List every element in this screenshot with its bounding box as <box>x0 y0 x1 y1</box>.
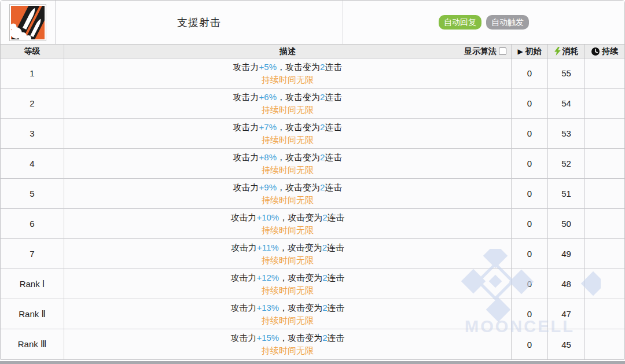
duration-cell <box>585 269 624 299</box>
skill-table: 支援射击 自动回复 自动触发 等级 描述 显示算法 ▶ 初始 <box>0 0 625 360</box>
desc-prefix: 攻击力 <box>230 273 256 282</box>
table-row: 4 攻击力+8%，攻击变为2连击 持续时间无限 0 52 <box>1 149 624 179</box>
cost-cell: 48 <box>548 269 585 299</box>
table-row: Rank Ⅲ 攻击力+15%，攻击变为2连击 持续时间无限 0 45 <box>1 329 624 359</box>
cost-cell: 51 <box>548 179 585 208</box>
description-cell: 攻击力+9%，攻击变为2连击 持续时间无限 <box>64 179 512 208</box>
column-initial: ▶ 初始 <box>512 45 548 58</box>
skill-detail-page: 支援射击 自动回复 自动触发 等级 描述 显示算法 ▶ 初始 <box>0 0 625 364</box>
duration-note: 持续时间无限 <box>262 254 314 267</box>
desc-suffix: 连击 <box>328 333 345 343</box>
atk-value: +10% <box>256 212 279 222</box>
description-cell: 攻击力+13%，攻击变为2连击 持续时间无限 <box>64 299 512 329</box>
initial-cell: 0 <box>512 179 548 208</box>
duration-note: 持续时间无限 <box>262 224 314 237</box>
desc-suffix: 连击 <box>328 212 345 222</box>
cost-cell: 53 <box>548 119 585 148</box>
skill-icon-cell <box>1 1 56 44</box>
cost-cell: 55 <box>548 58 585 88</box>
table-row: 5 攻击力+9%，攻击变为2连击 持续时间无限 0 51 <box>1 179 624 209</box>
description-line1: 攻击力+12%，攻击变为2连击 <box>230 271 344 284</box>
duration-cell <box>585 329 624 359</box>
level-cell: 3 <box>1 119 64 148</box>
duration-cell <box>585 149 624 178</box>
skill-header: 支援射击 自动回复 自动触发 <box>1 1 624 45</box>
desc-suffix: 连击 <box>325 152 342 162</box>
table-body: 1 攻击力+5%，攻击变为2连击 持续时间无限 0 55 2 攻击力+6%，攻击… <box>1 58 624 359</box>
combo-count: 2 <box>322 333 327 343</box>
desc-mid: ，攻击变为 <box>279 273 322 282</box>
cost-cell: 50 <box>548 209 585 238</box>
atk-value: +5% <box>259 62 277 72</box>
duration-cell <box>585 239 624 269</box>
column-duration: 持续 <box>585 45 624 58</box>
initial-cell: 0 <box>512 89 548 118</box>
initial-cell: 0 <box>512 299 548 329</box>
table-row: 3 攻击力+7%，攻击变为2连击 持续时间无限 0 53 <box>1 119 624 149</box>
combo-count: 2 <box>322 303 327 312</box>
cost-cell: 45 <box>548 329 585 359</box>
description-line1: 攻击力+10%，攻击变为2连击 <box>230 211 344 224</box>
duration-cell <box>585 119 624 148</box>
desc-suffix: 连击 <box>325 122 342 132</box>
description-line1: 攻击力+7%，攻击变为2连击 <box>233 121 343 134</box>
duration-cell <box>585 58 624 88</box>
desc-mid: ，攻击变为 <box>277 62 320 72</box>
level-cell: Rank Ⅱ <box>1 299 64 329</box>
description-cell: 攻击力+11%，攻击变为2连击 持续时间无限 <box>64 239 512 269</box>
duration-note: 持续时间无限 <box>262 104 314 116</box>
level-cell: 2 <box>1 89 64 118</box>
show-algorithm-control: 显示算法 <box>464 45 506 58</box>
description-line1: 攻击力+8%，攻击变为2连击 <box>233 151 343 164</box>
atk-value: +6% <box>259 92 277 102</box>
badge-auto-trigger: 自动触发 <box>486 15 529 30</box>
atk-value: +7% <box>259 122 277 132</box>
column-description-label: 描述 <box>280 46 296 57</box>
desc-prefix: 攻击力 <box>230 333 256 343</box>
desc-suffix: 连击 <box>325 62 342 72</box>
skill-badges: 自动回复 自动触发 <box>343 1 624 44</box>
badge-auto-recovery: 自动回复 <box>439 15 481 30</box>
level-cell: 5 <box>1 179 64 208</box>
initial-cell: 0 <box>512 119 548 148</box>
description-line1: 攻击力+11%，攻击变为2连击 <box>231 241 344 254</box>
desc-prefix: 攻击力 <box>233 62 259 72</box>
table-row: Rank Ⅰ 攻击力+12%，攻击变为2连击 持续时间无限 0 48 <box>1 269 624 299</box>
description-line1: 攻击力+13%，攻击变为2连击 <box>230 302 344 314</box>
desc-suffix: 连击 <box>328 303 345 312</box>
initial-cell: 0 <box>512 149 548 178</box>
initial-cell: 0 <box>512 269 548 299</box>
section-divider-bar <box>0 361 625 364</box>
level-cell: Rank Ⅰ <box>1 269 64 299</box>
show-algorithm-checkbox[interactable] <box>499 47 506 55</box>
description-cell: 攻击力+6%，攻击变为2连击 持续时间无限 <box>64 89 512 118</box>
column-initial-label: 初始 <box>525 46 542 57</box>
description-cell: 攻击力+8%，攻击变为2连击 持续时间无限 <box>64 149 512 178</box>
atk-value: +8% <box>259 152 277 162</box>
desc-suffix: 连击 <box>328 273 345 282</box>
table-row: Rank Ⅱ 攻击力+13%，攻击变为2连击 持续时间无限 0 47 <box>1 299 624 329</box>
column-duration-label: 持续 <box>602 46 618 57</box>
desc-suffix: 连击 <box>327 242 344 252</box>
desc-prefix: 攻击力 <box>233 182 259 192</box>
skill-name: 支援射击 <box>177 16 221 30</box>
atk-value: +9% <box>259 182 277 192</box>
column-description: 描述 显示算法 <box>64 45 512 58</box>
table-row: 6 攻击力+10%，攻击变为2连击 持续时间无限 0 50 <box>1 209 624 239</box>
description-line1: 攻击力+15%，攻击变为2连击 <box>230 332 344 344</box>
table-row: 2 攻击力+6%，攻击变为2连击 持续时间无限 0 54 <box>1 89 624 119</box>
desc-mid: ，攻击变为 <box>279 333 322 343</box>
duration-note: 持续时间无限 <box>262 194 314 207</box>
desc-suffix: 连击 <box>325 182 342 192</box>
table-row: 7 攻击力+11%，攻击变为2连击 持续时间无限 0 49 <box>1 239 624 269</box>
desc-mid: ，攻击变为 <box>279 212 322 222</box>
duration-cell <box>585 89 624 118</box>
desc-prefix: 攻击力 <box>230 212 256 222</box>
level-cell: 7 <box>1 239 64 269</box>
cost-cell: 52 <box>548 149 585 178</box>
description-line1: 攻击力+9%，攻击变为2连击 <box>233 181 343 194</box>
desc-mid: ，攻击变为 <box>277 152 320 162</box>
cost-cell: 49 <box>548 239 585 269</box>
initial-cell: 0 <box>512 58 548 88</box>
initial-cell: 0 <box>512 209 548 238</box>
